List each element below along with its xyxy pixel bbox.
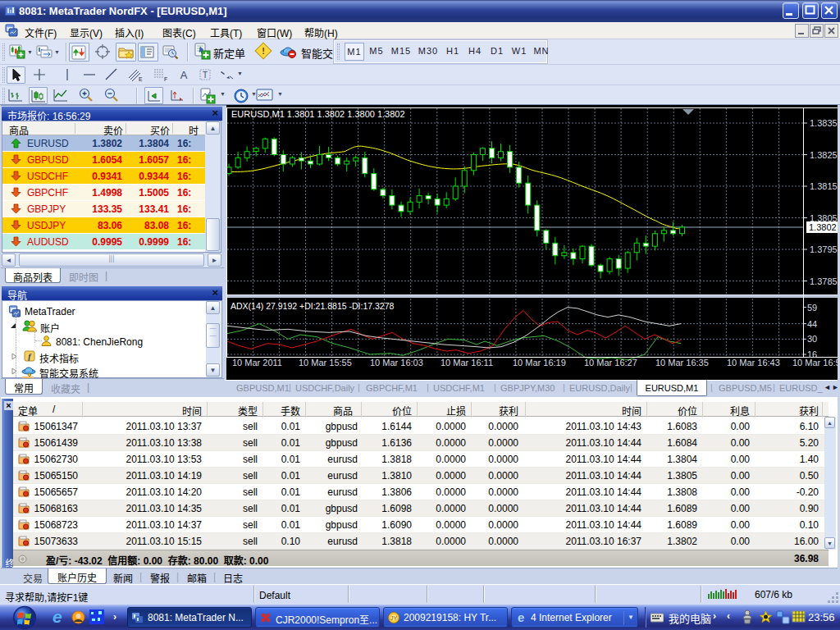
svg-text:10 Mar 15:55: 10 Mar 15:55 (299, 358, 352, 368)
svg-text:JY: JY (390, 615, 398, 621)
svg-text:10 Mar 2011: 10 Mar 2011 (232, 358, 282, 368)
svg-text:10 Mar 16:03: 10 Mar 16:03 (370, 358, 423, 368)
svg-text:10 Mar 16:19: 10 Mar 16:19 (513, 358, 566, 368)
svg-text:30: 30 (807, 334, 817, 344)
svg-text:1.3835: 1.3835 (810, 118, 838, 128)
svg-text:EURUSD,M1 1.3801 1.3802 1.380: EURUSD,M1 1.3801 1.3802 1.3800 1.3802 (231, 109, 405, 119)
svg-text:10 Mar 16:11: 10 Mar 16:11 (441, 358, 493, 368)
svg-text:10 Mar 16:43: 10 Mar 16:43 (727, 358, 780, 368)
svg-text:1.3815: 1.3815 (810, 181, 838, 191)
svg-text:44: 44 (807, 319, 817, 329)
svg-text:F: F (164, 76, 167, 82)
svg-text:10 Mar 16:27: 10 Mar 16:27 (584, 358, 637, 368)
svg-text:T: T (203, 71, 208, 80)
svg-text:ADX(14) 27.9192 +DI:21.8815 -D: ADX(14) 27.9192 +DI:21.8815 -DI:17.3278 (231, 301, 395, 311)
svg-text:10 Mar 16:35: 10 Mar 16:35 (655, 358, 709, 368)
svg-text:59: 59 (807, 303, 817, 313)
svg-text:E: E (139, 76, 143, 82)
svg-text:A: A (180, 69, 188, 81)
svg-text:!: ! (262, 46, 265, 56)
svg-text:1.3785: 1.3785 (810, 276, 838, 286)
svg-text:10 Mar 16:51: 10 Mar 16:51 (792, 358, 840, 368)
svg-text:1.3805: 1.3805 (810, 213, 838, 223)
svg-text:1.3795: 1.3795 (810, 244, 838, 254)
svg-text:1.3802: 1.3802 (809, 222, 837, 232)
svg-text:1.3825: 1.3825 (810, 150, 838, 160)
